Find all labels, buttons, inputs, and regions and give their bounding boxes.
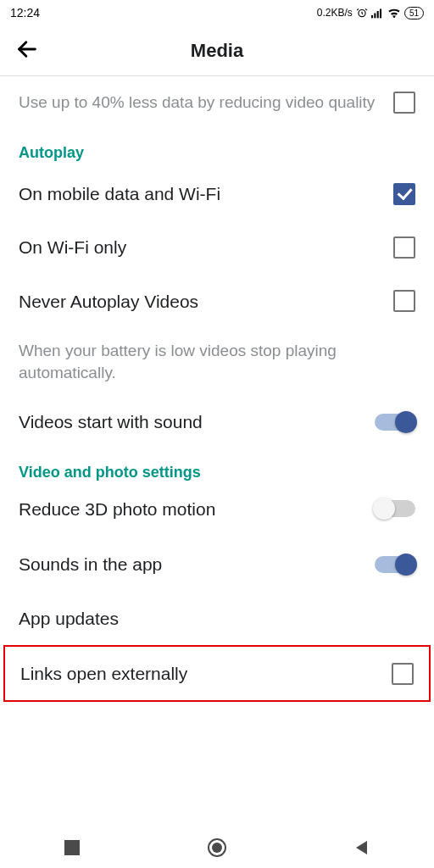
autoplay-mobile-wifi-label: On mobile data and Wi-Fi [19, 182, 393, 205]
nav-back-button[interactable] [328, 839, 396, 856]
back-arrow-icon [15, 37, 39, 61]
videos-sound-toggle[interactable] [375, 414, 415, 431]
square-icon [64, 840, 80, 855]
sounds-app-row[interactable]: Sounds in the app [0, 537, 434, 591]
back-button[interactable] [0, 29, 54, 73]
triangle-back-icon [353, 839, 370, 856]
autoplay-never-checkbox[interactable] [393, 290, 415, 312]
signal-icon [371, 8, 384, 19]
nav-bar [0, 827, 434, 868]
links-external-label: Links open externally [20, 662, 392, 685]
sounds-app-toggle[interactable] [375, 556, 415, 573]
autoplay-never-row[interactable]: Never Autoplay Videos [0, 275, 434, 328]
alarm-icon [356, 7, 368, 19]
data-quality-checkbox[interactable] [393, 92, 415, 114]
status-time: 12:24 [10, 6, 40, 19]
reduce-3d-toggle[interactable] [375, 500, 415, 517]
svg-rect-2 [374, 13, 376, 18]
network-speed: 0.2KB/s [317, 7, 353, 19]
content: Use up to 40% less data by reducing vide… [0, 76, 434, 702]
battery-indicator: 51 [404, 7, 424, 19]
autoplay-wifi-only-checkbox[interactable] [393, 236, 415, 259]
nav-home-button[interactable] [183, 837, 251, 858]
app-updates-label: App updates [19, 607, 415, 630]
data-quality-row[interactable]: Use up to 40% less data by reducing vide… [0, 76, 434, 129]
links-external-row[interactable]: Links open externally [5, 647, 429, 700]
autoplay-wifi-only-label: On Wi-Fi only [19, 236, 393, 259]
videos-sound-row[interactable]: Videos start with sound [0, 395, 434, 448]
svg-rect-1 [371, 15, 373, 18]
data-quality-label: Use up to 40% less data by reducing vide… [19, 92, 393, 114]
svg-point-8 [212, 843, 222, 853]
autoplay-never-label: Never Autoplay Videos [19, 290, 393, 313]
autoplay-mobile-wifi-checkbox[interactable] [393, 183, 415, 205]
svg-rect-4 [380, 8, 381, 18]
links-external-checkbox[interactable] [392, 663, 414, 685]
links-external-highlight: Links open externally [3, 645, 431, 702]
video-photo-section-header: Video and photo settings [0, 448, 434, 487]
circle-icon [207, 837, 227, 858]
reduce-3d-label: Reduce 3D photo motion [19, 498, 375, 520]
header: Media [0, 25, 434, 76]
autoplay-wifi-only-row[interactable]: On Wi-Fi only [0, 220, 434, 274]
wifi-icon [387, 8, 401, 19]
svg-rect-6 [64, 840, 80, 855]
svg-rect-3 [377, 11, 379, 18]
nav-recent-button[interactable] [38, 840, 106, 855]
videos-sound-label: Videos start with sound [19, 410, 375, 433]
sounds-app-label: Sounds in the app [19, 553, 375, 576]
app-updates-row[interactable]: App updates [0, 592, 434, 645]
page-title: Media [191, 40, 243, 62]
reduce-3d-row[interactable]: Reduce 3D photo motion [0, 487, 434, 537]
autoplay-section-header: Autoplay [0, 129, 434, 167]
status-indicators: 0.2KB/s 51 [317, 7, 424, 19]
autoplay-mobile-wifi-row[interactable]: On mobile data and Wi-Fi [0, 167, 434, 220]
status-bar: 12:24 0.2KB/s 51 [0, 0, 434, 25]
autoplay-note: When your battery is low videos stop pla… [0, 328, 434, 395]
